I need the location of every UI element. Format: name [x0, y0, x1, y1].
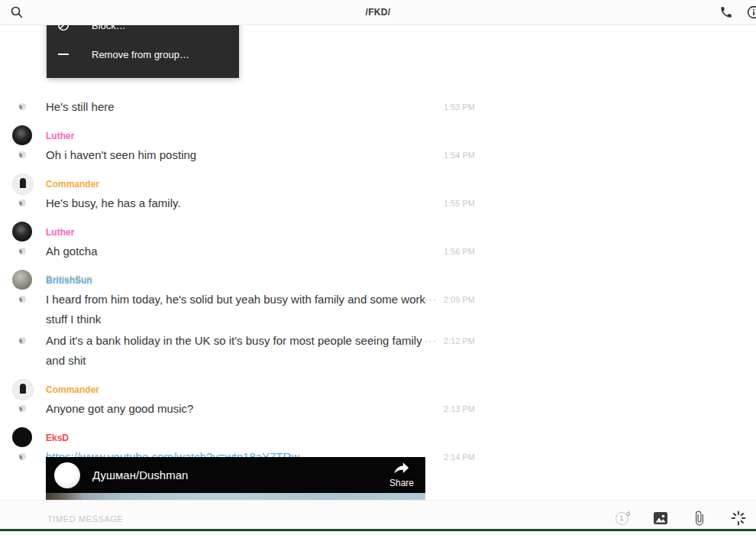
ephemeral-timer-icon: [19, 337, 26, 344]
message-text: And it's a bank holiday in the UK so it'…: [46, 331, 425, 371]
message-timestamp: 1:53 PM: [444, 102, 475, 112]
message-row: I heard from him today, he's solid but y…: [0, 290, 475, 329]
share-button[interactable]: Share: [386, 461, 418, 488]
info-icon[interactable]: [747, 5, 756, 19]
ping-icon[interactable]: [730, 510, 747, 527]
sender-name[interactable]: EksD: [46, 430, 69, 446]
message-group-header: BritishSun: [0, 273, 475, 288]
sender-name[interactable]: Luther: [46, 225, 74, 240]
ephemeral-timer-icon: [19, 248, 26, 255]
message-row: Ah gotcha 1:56 PM: [0, 242, 475, 261]
ephemeral-timer-icon: [19, 405, 26, 412]
attach-file-icon[interactable]: [691, 510, 708, 527]
message-meta: 1:54 PM: [444, 145, 475, 165]
youtube-embed[interactable]: Душман/Dushman Share: [46, 457, 425, 503]
message-group-header: Commander: [0, 382, 475, 397]
message-row: He's still here 1:53 PM: [0, 97, 475, 117]
sender-avatar[interactable]: [12, 427, 32, 447]
conversation: He's still here 1:53 PM Luther Oh i have…: [0, 24, 475, 467]
sender-avatar[interactable]: [12, 125, 32, 145]
message-text: Anyone got any good music?: [46, 399, 425, 419]
message-timestamp: 2:13 PM: [444, 404, 475, 413]
message-group: Luther Oh i haven't seen him posting 1:5…: [0, 128, 475, 165]
message-row: He's busy, he has a family. 1:55 PM: [0, 193, 475, 213]
share-label: Share: [386, 478, 418, 488]
top-bar: /FKD/: [0, 0, 756, 25]
message-meta: ··· 2:09 PM: [425, 290, 475, 310]
youtube-title-bar: Душман/Dushman Share: [46, 457, 425, 493]
message-text: Oh i haven't seen him posting: [46, 145, 425, 165]
message-text: He's still here: [46, 97, 425, 117]
message-meta: ··· 2:12 PM: [425, 331, 475, 351]
message-meta: 1:56 PM: [444, 242, 475, 261]
message-row: Anyone got any good music? 2:13 PM: [0, 399, 475, 419]
sender-avatar[interactable]: [12, 379, 34, 400]
message-text: I heard from him today, he's solid but y…: [46, 290, 425, 329]
bottom-divider-line: [0, 529, 756, 531]
message-row: And it's a bank holiday in the UK so it'…: [0, 331, 475, 371]
message-group: Commander He's busy, he has a family. 1:…: [0, 177, 475, 213]
sender-avatar[interactable]: [12, 173, 34, 195]
message-timestamp: 2:14 PM: [444, 452, 475, 462]
ephemeral-timer-icon: [19, 199, 26, 206]
app-window: /FKD/ Block… Remov: [0, 0, 756, 535]
message-group: BritishSun I heard from him today, he's …: [0, 273, 475, 371]
message-timestamp: 2:12 PM: [444, 336, 475, 345]
add-image-icon[interactable]: [652, 510, 669, 527]
ephemeral-timer-icon: [19, 151, 26, 158]
message-timestamp: 1:55 PM: [444, 199, 475, 208]
message-timestamp: 2:09 PM: [444, 295, 475, 304]
sender-name[interactable]: Commander: [46, 382, 99, 397]
message-row: Oh i haven't seen him posting 1:54 PM: [0, 145, 475, 165]
message-group-header: Luther: [0, 128, 475, 144]
share-arrow-icon: [393, 461, 410, 475]
sender-name[interactable]: BritishSun: [46, 273, 92, 288]
message-text: Ah gotcha: [46, 242, 425, 261]
menu-item-label: Remove from group…: [92, 49, 189, 60]
conversation-title: /FKD/: [0, 7, 756, 18]
sender-avatar[interactable]: [12, 270, 32, 290]
call-icon[interactable]: [719, 5, 733, 19]
message-timestamp: 1:56 PM: [444, 247, 475, 256]
message-group: He's still here 1:53 PM: [0, 97, 475, 117]
menu-item-remove-from-group[interactable]: Remove from group…: [47, 40, 239, 69]
message-group-header: EksD: [0, 430, 475, 446]
sender-avatar[interactable]: [12, 222, 32, 242]
timer-unit: d: [626, 510, 630, 517]
ephemeral-timer-button[interactable]: 1 d: [613, 510, 630, 527]
youtube-video-title: Душман/Dushman: [92, 469, 188, 481]
message-text: He's busy, he has a family.: [46, 193, 425, 213]
message-meta: 1:55 PM: [444, 193, 475, 213]
youtube-channel-avatar[interactable]: [54, 462, 80, 488]
message-meta: 2:13 PM: [444, 399, 475, 419]
sender-name[interactable]: Luther: [46, 128, 74, 144]
message-group: Commander Anyone got any good music? 2:1…: [0, 382, 475, 419]
message-timestamp: 1:54 PM: [444, 151, 475, 160]
minus-icon: [57, 48, 69, 60]
message-group-header: Commander: [0, 177, 475, 192]
message-group-header: Luther: [0, 225, 475, 240]
message-group: Luther Ah gotcha 1:56 PM: [0, 225, 475, 261]
message-options-dots[interactable]: ···: [425, 290, 437, 310]
sender-name[interactable]: Commander: [46, 177, 99, 192]
ephemeral-timer-icon: [19, 103, 26, 110]
message-meta: 1:53 PM: [444, 97, 475, 117]
ephemeral-timer-icon: [19, 296, 26, 303]
ephemeral-timer-icon: [19, 453, 26, 460]
message-meta: 2:14 PM: [444, 447, 475, 467]
message-options-dots[interactable]: ···: [425, 331, 437, 351]
